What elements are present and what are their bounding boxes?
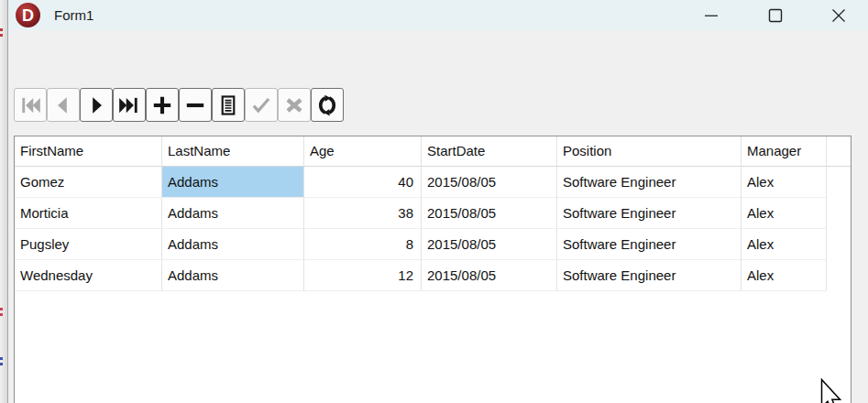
column-header-position[interactable]: Position [557,136,742,167]
column-header-age[interactable]: Age [304,136,422,167]
minimize-icon [704,8,719,23]
grid-cell[interactable]: Software Engineer [557,229,742,260]
grid-cell[interactable]: Alex [742,229,827,260]
background-artifact [0,308,3,310]
grid-cell[interactable]: Wednesday [15,260,162,291]
grid-cell-filler [827,198,851,229]
column-header-lastname[interactable]: LastName [162,136,304,167]
grid-cell[interactable]: 12 [304,260,422,291]
insert-record-button[interactable] [146,88,179,122]
grid-cell[interactable]: Morticia [15,198,162,229]
grid-cell[interactable]: Pugsley [15,229,162,260]
grid-cell-filler [827,167,851,198]
delete-record-icon [183,93,207,117]
last-record-button[interactable] [113,88,146,122]
grid-cell[interactable]: 2015/08/05 [422,229,557,260]
grid-cell[interactable]: Alex [742,167,827,198]
column-header-manager[interactable]: Manager [742,136,827,167]
grid-cell[interactable]: Addams [162,260,304,291]
grid-cell[interactable]: 2015/08/05 [422,198,557,229]
background-artifact [0,28,3,31]
grid-cell[interactable]: 40 [304,167,422,198]
grid-cell[interactable]: 38 [304,198,422,229]
edit-record-button[interactable] [212,88,245,122]
post-edit-button[interactable] [245,88,278,122]
first-record-button[interactable] [14,88,47,122]
last-record-icon [117,93,141,117]
grid-cell[interactable]: Addams [162,229,304,260]
grid-cell[interactable]: Software Engineer [557,167,742,198]
background-artifact [0,363,3,365]
maximize-button[interactable] [743,0,808,30]
grid-cell[interactable]: 2015/08/05 [422,167,557,198]
next-record-icon [84,93,108,117]
window-title: Form1 [54,0,93,30]
grid-cell[interactable]: Software Engineer [557,198,742,229]
post-edit-icon [249,93,273,117]
grid-cell[interactable]: 8 [304,229,422,260]
background-artifact [0,313,3,316]
grid-cell[interactable]: Addams [162,198,304,229]
grid-cell[interactable]: Gomez [15,167,162,198]
data-grid: FirstName LastName Age StartDate Positio… [14,136,852,403]
titlebar[interactable]: D Form1 [8,0,868,30]
db-navigator [14,88,344,122]
table-row: Gomez Addams 40 2015/08/05 Software Engi… [15,167,851,198]
grid-cell[interactable]: Software Engineer [557,260,742,291]
refresh-icon [315,93,339,117]
background-artifact [0,357,3,360]
column-header-startdate[interactable]: StartDate [422,136,557,167]
table-row: Morticia Addams 38 2015/08/05 Software E… [15,198,851,229]
cancel-edit-icon [282,93,306,117]
delete-record-button[interactable] [179,88,212,122]
background-window-strip [0,0,7,403]
grid-cell[interactable]: Alex [742,260,827,291]
table-row: Pugsley Addams 8 2015/08/05 Software Eng… [15,229,851,260]
column-header-firstname[interactable]: FirstName [15,136,162,167]
background-artifact [0,34,3,37]
grid-cell[interactable]: Alex [742,198,827,229]
maximize-icon [768,8,783,23]
prior-record-button[interactable] [47,88,80,122]
grid-cell[interactable]: 2015/08/05 [422,260,557,291]
grid-cell-filler [827,229,851,260]
insert-record-icon [150,93,174,117]
form-window: D Form1 [7,0,868,403]
close-button[interactable] [808,0,868,30]
refresh-button[interactable] [311,88,344,122]
prior-record-icon [51,93,75,117]
column-header-filler [827,136,851,167]
next-record-button[interactable] [80,88,113,122]
grid-cell-filler [827,260,851,291]
grid-cell-selected[interactable]: Addams [162,167,304,198]
cancel-edit-button[interactable] [278,88,311,122]
first-record-icon [18,93,42,117]
grid-header-row: FirstName LastName Age StartDate Positio… [15,136,851,167]
delphi-app-icon: D [16,3,40,27]
close-icon [831,8,846,23]
edit-record-icon [216,93,240,117]
table-row: Wednesday Addams 12 2015/08/05 Software … [15,260,851,291]
minimize-button[interactable] [679,0,743,30]
